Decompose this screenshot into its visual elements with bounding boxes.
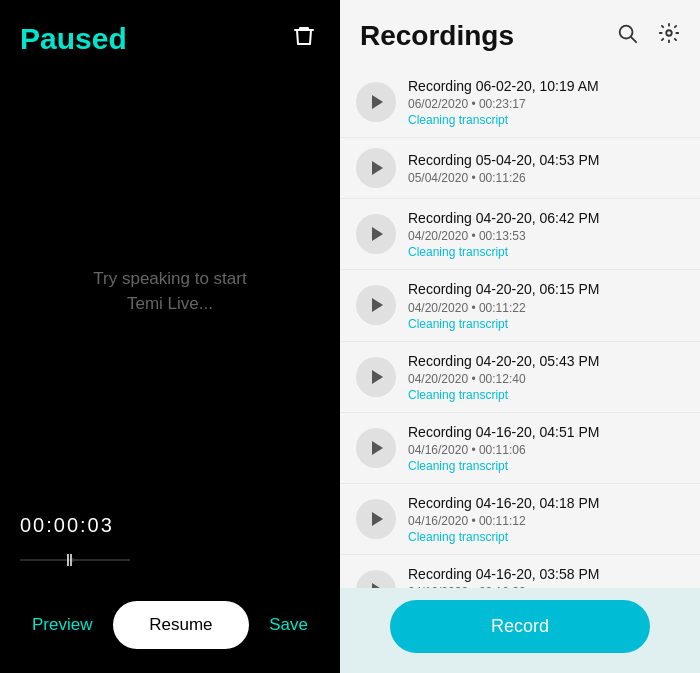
recording-name: Recording 04-20-20, 05:43 PM (408, 352, 684, 370)
recording-date: 04/16/2020 • 00:11:06 (408, 443, 684, 457)
recording-info: Recording 04-16-20, 04:18 PM04/16/2020 •… (408, 494, 684, 544)
recording-info: Recording 06-02-20, 10:19 AM06/02/2020 •… (408, 77, 684, 127)
list-item[interactable]: Recording 04-16-20, 04:51 PM04/16/2020 •… (340, 413, 700, 484)
recording-status: Cleaning transcript (408, 388, 684, 402)
recording-name: Recording 06-02-20, 10:19 AM (408, 77, 684, 95)
play-icon (372, 441, 383, 455)
play-icon (372, 370, 383, 384)
recording-name: Recording 04-20-20, 06:42 PM (408, 209, 684, 227)
play-icon (372, 298, 383, 312)
recording-date: 04/20/2020 • 00:11:22 (408, 301, 684, 315)
play-button[interactable] (356, 499, 396, 539)
recording-status: Cleaning transcript (408, 245, 684, 259)
list-item[interactable]: Recording 04-20-20, 05:43 PM04/20/2020 •… (340, 342, 700, 413)
list-item[interactable]: Recording 04-16-20, 03:58 PM04/16/2020 •… (340, 555, 700, 588)
recording-info: Recording 04-16-20, 03:58 PM04/16/2020 •… (408, 565, 684, 588)
play-button[interactable] (356, 82, 396, 122)
play-icon (372, 95, 383, 109)
list-item[interactable]: Recording 04-16-20, 04:18 PM04/16/2020 •… (340, 484, 700, 555)
recording-status: Cleaning transcript (408, 459, 684, 473)
recording-name: Recording 04-20-20, 06:15 PM (408, 280, 684, 298)
speaking-hint: Try speaking to start Temi Live... (93, 266, 246, 317)
recording-status: Cleaning transcript (408, 317, 684, 331)
header-icons (612, 18, 684, 53)
recording-date: 05/04/2020 • 00:11:26 (408, 171, 684, 185)
play-button[interactable] (356, 570, 396, 588)
preview-button[interactable]: Preview (24, 607, 100, 643)
list-item[interactable]: Recording 06-02-20, 10:19 AM06/02/2020 •… (340, 67, 700, 138)
recording-date: 06/02/2020 • 00:23:17 (408, 97, 684, 111)
play-button[interactable] (356, 428, 396, 468)
waveform (20, 545, 320, 575)
recording-info: Recording 04-20-20, 06:15 PM04/20/2020 •… (408, 280, 684, 330)
list-item[interactable]: Recording 04-20-20, 06:15 PM04/20/2020 •… (340, 270, 700, 341)
play-button[interactable] (356, 148, 396, 188)
play-button[interactable] (356, 214, 396, 254)
left-panel: Paused Try speaking to start Temi Live..… (0, 0, 340, 673)
recording-name: Recording 04-16-20, 03:58 PM (408, 565, 684, 583)
recording-status: Cleaning transcript (408, 113, 684, 127)
paused-title: Paused (20, 22, 127, 56)
save-button[interactable]: Save (261, 607, 316, 643)
recording-name: Recording 05-04-20, 04:53 PM (408, 151, 684, 169)
recording-name: Recording 04-16-20, 04:18 PM (408, 494, 684, 512)
right-header: Recordings (340, 0, 700, 63)
search-button[interactable] (612, 18, 642, 53)
recording-name: Recording 04-16-20, 04:51 PM (408, 423, 684, 441)
recording-status: Cleaning transcript (408, 530, 684, 544)
recordings-title: Recordings (360, 20, 514, 52)
delete-button[interactable] (288, 20, 320, 58)
recording-date: 04/16/2020 • 00:11:12 (408, 514, 684, 528)
play-icon (372, 512, 383, 526)
play-icon (372, 161, 383, 175)
recording-info: Recording 04-16-20, 04:51 PM04/16/2020 •… (408, 423, 684, 473)
list-item[interactable]: Recording 05-04-20, 04:53 PM05/04/2020 •… (340, 138, 700, 199)
play-button[interactable] (356, 285, 396, 325)
recording-info: Recording 04-20-20, 05:43 PM04/20/2020 •… (408, 352, 684, 402)
settings-button[interactable] (654, 18, 684, 53)
play-icon (372, 227, 383, 241)
recording-info: Recording 05-04-20, 04:53 PM05/04/2020 •… (408, 151, 684, 185)
right-footer: Record (340, 588, 700, 673)
left-header: Paused (0, 0, 340, 68)
recording-date: 04/20/2020 • 00:12:40 (408, 372, 684, 386)
svg-point-7 (666, 30, 672, 36)
record-button[interactable]: Record (390, 600, 650, 653)
list-item[interactable]: Recording 04-20-20, 06:42 PM04/20/2020 •… (340, 199, 700, 270)
left-footer: Preview Resume Save (0, 585, 340, 673)
recording-info: Recording 04-20-20, 06:42 PM04/20/2020 •… (408, 209, 684, 259)
timer-area: 00:00:03 (0, 514, 340, 585)
svg-line-6 (631, 37, 636, 42)
speaking-hint-area: Try speaking to start Temi Live... (0, 68, 340, 514)
timer-display: 00:00:03 (20, 514, 320, 537)
recordings-list: Recording 06-02-20, 10:19 AM06/02/2020 •… (340, 63, 700, 588)
right-panel: Recordings Recording 06-02-20, 10:19 AM0… (340, 0, 700, 673)
play-button[interactable] (356, 357, 396, 397)
recording-date: 04/20/2020 • 00:13:53 (408, 229, 684, 243)
resume-button[interactable]: Resume (113, 601, 248, 649)
